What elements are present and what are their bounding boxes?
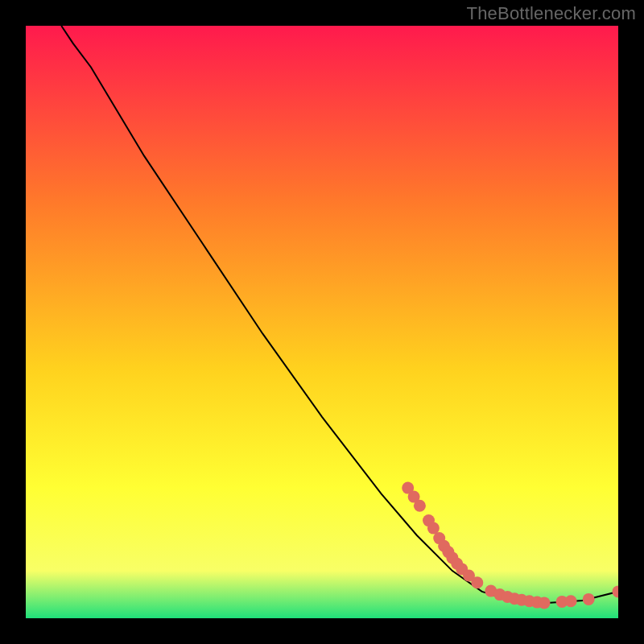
plot-area — [26, 26, 618, 618]
chart-stage: TheBottlenecker.com — [0, 0, 644, 644]
chart-svg — [26, 26, 618, 618]
data-dot — [427, 522, 440, 535]
data-dot — [583, 593, 595, 605]
data-dot — [471, 576, 483, 588]
gradient-bg — [26, 26, 618, 618]
watermark-text: TheBottlenecker.com — [467, 3, 636, 24]
data-dot — [414, 500, 426, 512]
data-dot — [539, 597, 551, 609]
data-dot — [565, 595, 577, 607]
